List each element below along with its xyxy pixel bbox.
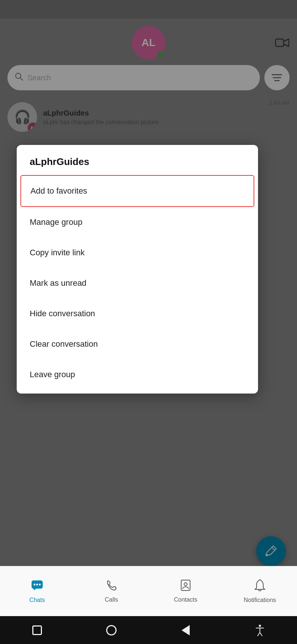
menu-item-hide-conversation[interactable]: Hide conversation: [17, 298, 258, 329]
recent-apps-button[interactable]: [30, 624, 44, 637]
context-menu: aLphrGuides Add to favorites Manage grou…: [17, 145, 258, 394]
svg-line-19: [260, 632, 262, 636]
svg-point-15: [259, 625, 261, 627]
menu-item-manage-group[interactable]: Manage group: [17, 207, 258, 237]
calls-label: Calls: [105, 596, 118, 603]
notifications-label: Notifications: [244, 597, 276, 603]
chats-label: Chats: [29, 597, 45, 603]
context-menu-title: aLphrGuides: [17, 156, 258, 175]
android-nav-bar: [0, 616, 297, 644]
menu-item-mark-as-unread[interactable]: Mark as unread: [17, 268, 258, 298]
accessibility-button[interactable]: [253, 624, 267, 637]
nav-tab-calls[interactable]: Calls: [74, 566, 148, 616]
bottom-nav: Chats Calls Contacts Notificatio: [0, 566, 297, 616]
nav-tab-contacts[interactable]: Contacts: [148, 566, 223, 616]
contacts-icon: [180, 579, 192, 594]
notifications-icon: [254, 579, 265, 595]
circle-icon: [106, 625, 117, 635]
svg-line-18: [258, 632, 260, 636]
contacts-label: Contacts: [174, 596, 197, 603]
home-button[interactable]: [105, 624, 118, 637]
nav-tab-notifications[interactable]: Notifications: [223, 566, 297, 616]
menu-item-add-to-favorites[interactable]: Add to favorites: [20, 175, 254, 207]
svg-point-12: [39, 584, 41, 586]
back-button[interactable]: [179, 624, 192, 637]
calls-icon: [105, 579, 117, 594]
svg-point-10: [34, 584, 36, 586]
triangle-icon: [182, 625, 190, 635]
square-icon: [32, 625, 42, 635]
menu-item-copy-invite-link[interactable]: Copy invite link: [17, 237, 258, 268]
svg-point-11: [36, 584, 38, 586]
svg-point-14: [184, 583, 187, 586]
menu-item-clear-conversation[interactable]: Clear conversation: [17, 329, 258, 359]
chats-icon: [31, 579, 43, 595]
nav-tab-chats[interactable]: Chats: [0, 566, 74, 616]
menu-item-leave-group[interactable]: Leave group: [17, 359, 258, 390]
